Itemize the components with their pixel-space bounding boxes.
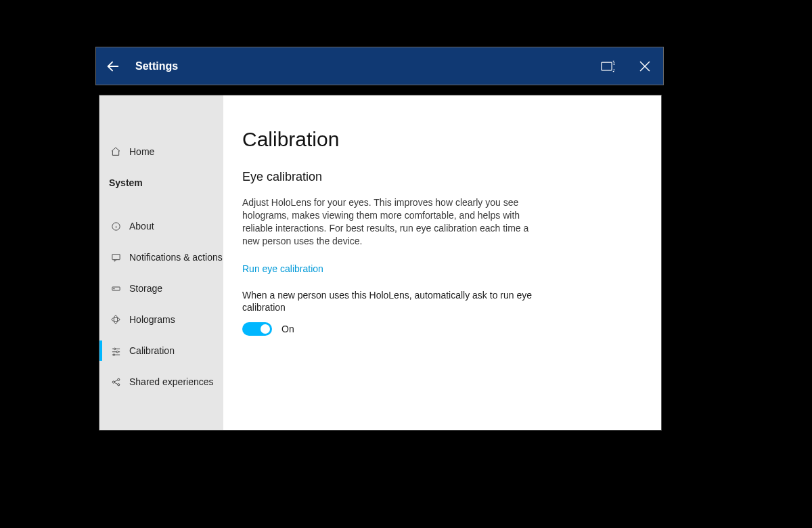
close-button[interactable] [627, 47, 663, 85]
sidebar-item-notifications[interactable]: Notifications & actions [99, 242, 223, 273]
sidebar-item-label: About [129, 221, 154, 232]
toggle-description: When a new person uses this HoloLens, au… [242, 289, 533, 315]
auto-calibration-toggle[interactable] [242, 322, 272, 336]
window-title: Settings [135, 60, 178, 72]
sidebar-item-label: Calibration [129, 345, 175, 356]
toggle-state-label: On [281, 324, 294, 334]
close-icon [639, 60, 651, 72]
arrow-left-icon [106, 59, 120, 74]
sidebar-item-calibration[interactable]: Calibration [99, 335, 223, 366]
svg-point-9 [113, 288, 114, 288]
svg-point-17 [113, 353, 115, 355]
home-icon [109, 146, 122, 157]
sidebar: Home System About [99, 95, 223, 430]
run-eye-calibration-link[interactable]: Run eye calibration [242, 263, 323, 274]
svg-rect-7 [112, 254, 119, 259]
svg-rect-1 [602, 62, 612, 70]
sidebar-item-label: Storage [129, 283, 162, 294]
page-heading: Calibration [242, 128, 642, 151]
titlebar: Settings [95, 47, 664, 85]
settings-window: Home System About [99, 95, 662, 431]
sliders-icon [109, 346, 122, 356]
content-area: Calibration Eye calibration Adjust HoloL… [223, 95, 661, 430]
message-icon [109, 252, 122, 263]
sidebar-item-label: Holograms [129, 314, 175, 325]
svg-line-22 [114, 382, 118, 384]
svg-point-13 [114, 348, 116, 350]
auto-calibration-toggle-row: On [242, 322, 642, 336]
sidebar-item-storage[interactable]: Storage [99, 273, 223, 304]
section-description: Adjust HoloLens for your eyes. This impr… [242, 196, 533, 248]
follow-me-button[interactable] [590, 47, 627, 85]
sidebar-category-system: System [99, 167, 223, 198]
info-icon [109, 221, 122, 232]
svg-point-19 [117, 378, 119, 380]
back-button[interactable] [96, 47, 130, 85]
svg-point-10 [112, 317, 120, 321]
hologram-icon [109, 314, 122, 325]
sidebar-category-label: System [109, 177, 143, 188]
storage-icon [109, 284, 122, 294]
sidebar-item-about[interactable]: About [99, 211, 223, 242]
sidebar-item-shared-experiences[interactable]: Shared experiences [99, 366, 223, 397]
sidebar-item-label: Notifications & actions [129, 252, 223, 263]
svg-line-21 [114, 380, 118, 382]
svg-point-20 [117, 383, 119, 385]
svg-point-15 [116, 351, 118, 353]
svg-point-18 [112, 380, 114, 382]
share-icon [109, 377, 122, 387]
follow-me-icon [601, 60, 616, 72]
sidebar-item-label: Shared experiences [129, 376, 214, 387]
sidebar-item-home[interactable]: Home [99, 136, 223, 167]
sidebar-item-label: Home [129, 146, 154, 157]
svg-point-11 [114, 315, 117, 324]
section-heading: Eye calibration [242, 170, 642, 184]
sidebar-item-holograms[interactable]: Holograms [99, 304, 223, 335]
